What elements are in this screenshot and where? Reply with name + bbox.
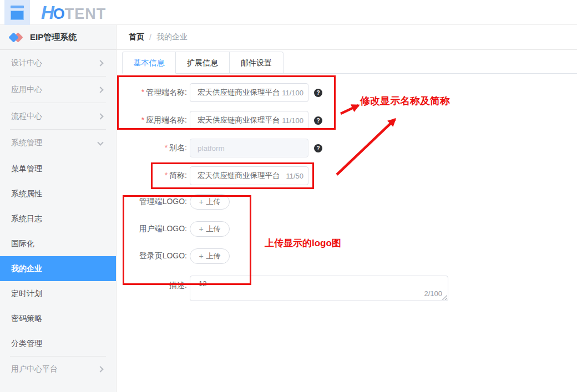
- help-icon[interactable]: ?: [314, 89, 322, 97]
- app-name-input[interactable]: 宏天供应链商业保理平台 11/100: [190, 111, 308, 130]
- breadcrumb-home[interactable]: 首页: [129, 32, 144, 42]
- label-text: 应用端名称:: [146, 115, 187, 124]
- sidebar-item-design-center[interactable]: 设计中心: [0, 50, 116, 77]
- resize-handle-icon[interactable]: [442, 294, 447, 300]
- menu-collapse-button[interactable]: [4, 0, 30, 25]
- admin-name-row: *管理端名称: 宏天供应链商业保理平台 11/100 ?: [117, 83, 577, 102]
- sidebar-item-label: 设计中心: [11, 58, 42, 68]
- admin-name-input[interactable]: 宏天供应链商业保理平台 11/100: [190, 83, 308, 102]
- required-asterisk: *: [141, 115, 144, 124]
- chevron-right-icon: [97, 366, 103, 372]
- user-logo-label: 用户端LOGO:: [117, 224, 187, 234]
- label-text: 描述:: [169, 281, 187, 289]
- app-name-label: *应用端名称:: [117, 115, 187, 125]
- short-name-label: *简称:: [117, 171, 187, 181]
- tab-basic-info[interactable]: 基本信息: [122, 52, 176, 74]
- label-text: 别名:: [169, 143, 187, 152]
- textarea-value: 12: [199, 279, 439, 288]
- login-logo-row: 登录页LOGO: + 上传: [117, 248, 577, 264]
- sidebar-item-label: 菜单管理: [11, 164, 42, 174]
- char-counter: 11/50: [286, 172, 303, 180]
- logo-letter-o: O: [53, 3, 65, 24]
- logo-letter-h: H: [41, 2, 54, 23]
- sidebar-item-label: 用户中心平台: [11, 364, 58, 374]
- short-name-row: *简称: 宏天供应链商业保理平台 11/50: [117, 166, 577, 185]
- admin-logo-label: 管理端LOGO:: [117, 197, 187, 207]
- label-text: 用户端LOGO:: [139, 224, 187, 233]
- plus-icon: +: [199, 225, 203, 233]
- sidebar-item-my-enterprise[interactable]: 我的企业: [0, 256, 116, 281]
- sidebar-item-label: 定时计划: [11, 289, 42, 299]
- sidebar-item-label: 流程中心: [11, 111, 42, 121]
- label-text: 登录页LOGO:: [139, 251, 187, 260]
- sidebar-item-system-logs[interactable]: 系统日志: [0, 206, 116, 231]
- collapse-panel-icon: [11, 5, 24, 20]
- tab-bar: 基本信息 扩展信息 邮件设置: [122, 52, 577, 74]
- alias-row: *别名: platform ?: [117, 139, 577, 157]
- sidebar-item-user-center-platform[interactable]: 用户中心平台: [0, 356, 116, 383]
- help-icon[interactable]: ?: [314, 116, 322, 125]
- sidebar-item-internationalization[interactable]: 国际化: [0, 231, 116, 256]
- enterprise-form: *管理端名称: 宏天供应链商业保理平台 11/100 ? *应用端名称: 宏天供…: [117, 83, 577, 301]
- user-logo-upload-button[interactable]: + 上传: [190, 221, 230, 237]
- sidebar-item-menu-management[interactable]: 菜单管理: [0, 156, 116, 181]
- chevron-down-icon: [97, 139, 103, 145]
- admin-logo-upload-button[interactable]: + 上传: [190, 194, 230, 210]
- admin-name-label: *管理端名称:: [117, 88, 187, 98]
- input-placeholder: platform: [198, 144, 303, 152]
- alias-label: *别名:: [117, 143, 187, 153]
- tab-mail-settings[interactable]: 邮件设置: [230, 52, 284, 74]
- sidebar-item-scheduled-tasks[interactable]: 定时计划: [0, 281, 116, 306]
- sidebar-item-label: 系统属性: [11, 189, 42, 199]
- breadcrumb-current: 我的企业: [156, 32, 188, 42]
- alias-input[interactable]: platform: [190, 139, 308, 157]
- plus-icon: +: [199, 252, 203, 261]
- sidebar-item-system-properties[interactable]: 系统属性: [0, 181, 116, 206]
- main-content: 首页 / 我的企业 基本信息 扩展信息 邮件设置 *管理端名称: 宏天供应链商业…: [117, 25, 577, 392]
- description-row: 描述: 12 2/100: [117, 276, 577, 301]
- plus-icon: +: [199, 197, 203, 206]
- sidebar-item-category-management[interactable]: 分类管理: [0, 331, 116, 356]
- app-name-row: *应用端名称: 宏天供应链商业保理平台 11/100 ?: [117, 111, 577, 130]
- upload-label: 上传: [206, 251, 221, 261]
- input-value: 宏天供应链商业保理平台: [198, 171, 284, 181]
- login-logo-upload-button[interactable]: + 上传: [190, 248, 230, 264]
- required-asterisk: *: [165, 143, 168, 152]
- breadcrumb: 首页 / 我的企业: [117, 25, 577, 50]
- tab-extended-info[interactable]: 扩展信息: [176, 52, 230, 74]
- upload-label: 上传: [206, 224, 221, 234]
- eip-diamond-icon: [10, 34, 30, 41]
- description-label: 描述:: [117, 276, 187, 291]
- label-text: 管理端名称:: [146, 88, 187, 96]
- app-header: H O TENT: [0, 0, 577, 25]
- sidebar-item-label: 密码策略: [11, 314, 42, 324]
- input-value: 宏天供应链商业保理平台: [198, 115, 280, 125]
- help-icon[interactable]: ?: [314, 144, 322, 152]
- char-counter: 11/100: [282, 116, 303, 125]
- login-logo-label: 登录页LOGO:: [117, 251, 187, 261]
- char-counter: 2/100: [422, 289, 442, 298]
- brand-logo: H O TENT: [41, 2, 106, 24]
- chevron-right-icon: [97, 86, 103, 93]
- char-counter: 11/100: [282, 89, 303, 97]
- sidebar-item-label: 应用中心: [11, 85, 42, 95]
- system-title: EIP管理系统: [30, 32, 77, 43]
- description-textarea[interactable]: 12 2/100: [190, 276, 448, 301]
- short-name-input[interactable]: 宏天供应链商业保理平台 11/50: [190, 166, 308, 185]
- sidebar-item-label: 系统日志: [11, 214, 42, 224]
- chevron-right-icon: [97, 60, 103, 66]
- breadcrumb-separator: /: [149, 33, 151, 42]
- logo-text: TENT: [65, 3, 107, 24]
- required-asterisk: *: [141, 88, 144, 96]
- user-logo-row: 用户端LOGO: + 上传: [117, 221, 577, 237]
- input-value: 宏天供应链商业保理平台: [198, 88, 280, 98]
- sidebar-item-label: 国际化: [11, 239, 34, 249]
- sidebar-item-label: 我的企业: [11, 264, 42, 274]
- chevron-right-icon: [97, 113, 103, 119]
- sidebar-item-password-policy[interactable]: 密码策略: [0, 306, 116, 331]
- upload-label: 上传: [206, 197, 221, 207]
- sidebar-item-process-center[interactable]: 流程中心: [0, 103, 116, 130]
- sidebar-item-app-center[interactable]: 应用中心: [0, 77, 116, 103]
- sidebar-item-label: 分类管理: [11, 339, 42, 349]
- sidebar-item-system-management[interactable]: 系统管理: [0, 130, 116, 156]
